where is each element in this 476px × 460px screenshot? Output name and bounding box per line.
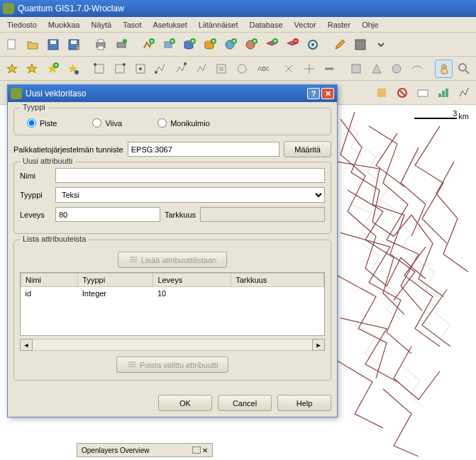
tool5-icon[interactable]: [367, 60, 386, 78]
col-type[interactable]: Tyyppi: [78, 274, 153, 287]
menu-settings[interactable]: Asetukset: [147, 18, 192, 31]
menu-database[interactable]: Database: [243, 18, 288, 31]
col-precision[interactable]: Tarkkuus: [231, 274, 324, 287]
t3-2-icon[interactable]: [393, 84, 411, 102]
radio-polygon-input[interactable]: [157, 118, 167, 128]
save-edits-icon[interactable]: [351, 35, 370, 54]
new-file-icon[interactable]: [3, 35, 21, 54]
dialog-close-icon[interactable]: ✕: [321, 88, 334, 99]
dialog-button-row: OK Cancel Help: [8, 392, 337, 417]
radio-polygon[interactable]: Monikulmio: [157, 118, 210, 128]
tool3-icon[interactable]: [321, 60, 339, 78]
save-as-icon[interactable]: [65, 35, 83, 54]
crs-specify-button[interactable]: Määritä: [284, 141, 331, 157]
star-icon[interactable]: [3, 60, 21, 78]
save-icon[interactable]: [44, 35, 62, 54]
attr-type-combo[interactable]: Teksi: [55, 187, 325, 203]
type-legend: Tyyppi: [20, 103, 48, 111]
remove-attribute-button[interactable]: Poista valittu attribuutti: [116, 357, 229, 373]
svg-rect-2: [50, 40, 56, 44]
pan-icon[interactable]: [435, 60, 453, 78]
print-icon[interactable]: [92, 35, 110, 54]
new-vector-layer-dialog: Uusi vektoritaso ? ✕ Tyyppi Piste Viiva …: [7, 84, 338, 417]
gps-icon[interactable]: [304, 35, 322, 54]
title-bar: Quantum GIS1.7.0-Wroclaw: [0, 0, 476, 17]
t3-1-icon[interactable]: [372, 84, 391, 102]
scroll-track[interactable]: [33, 339, 312, 351]
radio-line-input[interactable]: [92, 118, 101, 128]
add-to-list-button[interactable]: Lisää attribuuttilistaan: [118, 252, 227, 268]
dropdown-icon[interactable]: [372, 35, 390, 54]
add-wms-icon[interactable]: [221, 35, 240, 54]
radio-point-input[interactable]: [27, 118, 36, 128]
svg-point-34: [155, 71, 157, 74]
tool6-icon[interactable]: [388, 60, 406, 78]
col-name[interactable]: Nimi: [21, 274, 78, 287]
scale-value: 3: [414, 109, 457, 118]
menu-layers[interactable]: Tasot: [117, 18, 147, 31]
digitize7-icon[interactable]: [212, 60, 231, 78]
zoom-icon[interactable]: [455, 60, 473, 78]
edit-icon[interactable]: [331, 35, 349, 54]
col-width[interactable]: Leveys: [153, 274, 231, 287]
digitize2-icon[interactable]: [111, 60, 129, 78]
t3-5-icon[interactable]: [455, 84, 473, 102]
add-spatialite-icon[interactable]: [201, 35, 219, 54]
tool1-icon[interactable]: [279, 60, 298, 78]
star-add-icon[interactable]: [43, 60, 62, 78]
toolbar-1: [0, 33, 476, 57]
digitize1-icon[interactable]: [91, 60, 109, 78]
tool4-icon[interactable]: [347, 60, 365, 78]
menu-view[interactable]: Näytä: [85, 18, 117, 31]
new-layer-icon[interactable]: [262, 35, 281, 54]
add-wfs-icon[interactable]: [242, 35, 260, 54]
remove-layer-icon[interactable]: [283, 35, 301, 54]
menu-plugins[interactable]: Liitännäiset: [193, 18, 244, 31]
add-vector-icon[interactable]: [139, 35, 157, 54]
tool7-icon[interactable]: [408, 60, 426, 78]
digitize5-icon[interactable]: [172, 60, 190, 78]
menu-edit[interactable]: Muokkaa: [43, 18, 86, 31]
overview-label: Openlayers Overview: [82, 447, 150, 454]
label-icon[interactable]: ABC: [253, 60, 272, 78]
star2-icon[interactable]: [23, 60, 42, 78]
crs-input[interactable]: [128, 142, 280, 157]
help-button[interactable]: Help: [277, 395, 331, 411]
composer-icon[interactable]: [112, 35, 131, 54]
table-row[interactable]: id Integer 10: [21, 287, 324, 301]
cancel-button[interactable]: Cancel: [218, 395, 272, 411]
digitize8-icon[interactable]: [233, 60, 251, 78]
scroll-left-icon[interactable]: ◄: [20, 339, 33, 351]
svg-rect-38: [352, 64, 360, 73]
digitize6-icon[interactable]: [192, 60, 211, 78]
ok-button[interactable]: OK: [158, 395, 212, 411]
table-scrollbar[interactable]: ◄ ►: [20, 339, 325, 351]
attribute-table[interactable]: Nimi Tyyppi Leveys Tarkkuus id Integer 1…: [20, 272, 325, 336]
digitize3-icon[interactable]: [131, 60, 150, 78]
menu-help[interactable]: Ohje: [356, 18, 384, 31]
menu-raster[interactable]: Raster: [322, 18, 356, 31]
t3-4-icon[interactable]: [434, 84, 453, 102]
attr-precision-label: Tarkkuus: [165, 211, 196, 219]
attr-width-input[interactable]: [55, 207, 160, 222]
add-raster-icon[interactable]: [160, 35, 178, 54]
t3-3-icon[interactable]: [414, 84, 432, 102]
add-postgis-icon[interactable]: [180, 35, 199, 54]
scroll-right-icon[interactable]: ►: [312, 339, 325, 351]
panel-restore-icon[interactable]: [192, 447, 201, 454]
svg-rect-49: [129, 259, 137, 260]
menu-file[interactable]: Tiedosto: [1, 18, 43, 31]
radio-point[interactable]: Piste: [27, 118, 57, 128]
dialog-help-icon[interactable]: ?: [307, 88, 320, 99]
menu-vector[interactable]: Vector: [289, 18, 322, 31]
open-file-icon[interactable]: [23, 35, 42, 54]
attr-name-input[interactable]: [55, 168, 325, 183]
star-adv-icon[interactable]: [64, 60, 82, 78]
digitize4-icon[interactable]: [152, 60, 170, 78]
svg-text:ABC: ABC: [258, 65, 269, 72]
radio-line[interactable]: Viiva: [92, 118, 122, 128]
overview-panel-tab[interactable]: Openlayers Overview ✕: [77, 443, 213, 457]
tool2-icon[interactable]: [300, 60, 319, 78]
dialog-title-bar[interactable]: Uusi vektoritaso ? ✕: [8, 85, 337, 102]
panel-close-icon[interactable]: ✕: [202, 447, 208, 454]
